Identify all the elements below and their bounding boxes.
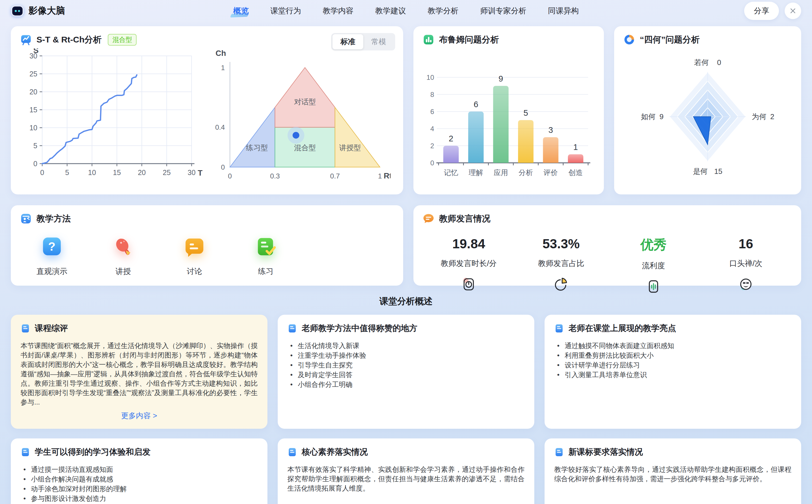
summary-card-核心素养落实情况: 核心素养落实情况本节课有效落实了科学精神、实践创新和学会学习素养，通过动手操作和… bbox=[278, 438, 534, 504]
laugh-icon bbox=[700, 276, 792, 294]
svg-text:0: 0 bbox=[228, 172, 232, 180]
method-item-直观演示: ?直观演示 bbox=[33, 235, 71, 277]
summary-bullet-list: 生活化情境导入新课注重学生动手操作体验引导学生自主探究及时肯定学生回答小组合作分… bbox=[287, 341, 525, 389]
method-label: 讨论 bbox=[187, 266, 202, 277]
svg-text:练习型: 练习型 bbox=[246, 144, 268, 152]
svg-text:20: 20 bbox=[29, 88, 37, 96]
method-item-讲授: 讲授 bbox=[104, 235, 142, 277]
svg-text:对话型: 对话型 bbox=[294, 98, 316, 106]
app-title: 影像大脑 bbox=[29, 5, 65, 17]
svg-text:10: 10 bbox=[29, 124, 37, 132]
tab-同课异构[interactable]: 同课异构 bbox=[548, 6, 579, 16]
sihe-card-title: “四何”问题分析 bbox=[640, 34, 700, 46]
close-icon bbox=[789, 7, 796, 14]
svg-text:评价: 评价 bbox=[543, 168, 558, 176]
more-content-link[interactable]: 更多内容 > bbox=[21, 411, 258, 421]
svg-text:创造: 创造 bbox=[569, 168, 583, 176]
tab-概览[interactable]: 概览 bbox=[233, 6, 249, 16]
top-nav: 影像大脑 概览课堂行为教学内容教学建议教学分析师训专家分析同课异构 分享 bbox=[0, 0, 812, 22]
svg-text:5: 5 bbox=[65, 168, 69, 176]
tab-教学内容[interactable]: 教学内容 bbox=[323, 6, 354, 16]
toggle-option-标准[interactable]: 标准 bbox=[332, 34, 363, 49]
book-icon bbox=[21, 447, 30, 457]
stat-label: 流利度 bbox=[607, 261, 700, 271]
summary-bullet: 小组合作分工明确 bbox=[290, 380, 525, 389]
summary-bullet: 注重学生动手操作体验 bbox=[290, 351, 525, 360]
summary-bullet: 动手涂色加深对封闭图形的理解 bbox=[23, 484, 258, 494]
methods-list: ?直观演示讲授讨论练习 bbox=[33, 235, 394, 277]
svg-text:2: 2 bbox=[430, 142, 434, 150]
summary-paragraph: 本节课围绕“面积”概念展开，通过生活化情境导入（沙滩脚印）、实物操作（摸书封面/… bbox=[21, 341, 258, 407]
tab-课堂行为[interactable]: 课堂行为 bbox=[270, 6, 301, 16]
summary-card-课程综评: 课程综评本节课围绕“面积”概念展开，通过生活化情境导入（沙滩脚印）、实物操作（摸… bbox=[11, 315, 267, 429]
book-icon bbox=[554, 447, 564, 457]
summary-bullet: 小组合作解决问题有成就感 bbox=[23, 474, 258, 484]
swirl-icon bbox=[623, 34, 635, 46]
svg-text:混合型: 混合型 bbox=[294, 144, 316, 152]
svg-text:1: 1 bbox=[573, 143, 578, 152]
tab-教学建议[interactable]: 教学建议 bbox=[375, 6, 406, 16]
main-content: S-T & Rt-Ch分析 混合型 标准常模 05101520253005101… bbox=[0, 26, 812, 504]
summary-bullet: 引入测量工具培养单位意识 bbox=[557, 370, 791, 380]
summary-card-老师在课堂上展现的教学亮点: 老师在课堂上展现的教学亮点通过触摸不同物体表面建立面积感知利用重叠剪拼法比较面积… bbox=[545, 315, 801, 429]
svg-text:分析: 分析 bbox=[519, 168, 533, 176]
brand: 影像大脑 bbox=[11, 4, 65, 17]
summary-bullet: 通过触摸不同物体表面建立面积感知 bbox=[557, 341, 791, 351]
svg-text:为何2: 为何2 bbox=[752, 113, 774, 121]
speech-bubble-icon bbox=[423, 213, 435, 225]
svg-text:1: 1 bbox=[378, 172, 382, 180]
tab-教学分析[interactable]: 教学分析 bbox=[428, 6, 458, 16]
rt-ch-triangle-chart: 练习型混合型对话型讲授型00.4100.30.71ChRt bbox=[206, 48, 391, 188]
svg-text:Rt: Rt bbox=[384, 171, 391, 180]
tab-师训专家分析[interactable]: 师训专家分析 bbox=[480, 6, 526, 16]
svg-text:0: 0 bbox=[430, 159, 434, 167]
teaching-icon bbox=[20, 213, 32, 225]
svg-text:9: 9 bbox=[499, 74, 503, 83]
stat-label: 口头禅/次 bbox=[700, 258, 792, 269]
summary-bullet: 通过摸一摸活动直观感知面 bbox=[23, 465, 258, 474]
svg-text:0: 0 bbox=[221, 163, 225, 171]
svg-text:1: 1 bbox=[221, 64, 225, 72]
robot-logo-icon bbox=[11, 4, 24, 17]
svg-text:15: 15 bbox=[113, 168, 121, 176]
summary-bullet: 生活化情境导入新课 bbox=[290, 341, 525, 351]
svg-text:6: 6 bbox=[430, 108, 434, 115]
toggle-option-常模[interactable]: 常模 bbox=[363, 34, 394, 49]
bar-chart-icon bbox=[423, 34, 435, 46]
close-button[interactable] bbox=[785, 3, 801, 19]
svg-text:0: 0 bbox=[40, 168, 44, 176]
book-icon bbox=[287, 447, 297, 457]
summary-card-title: 老师教学方法中值得称赞的地方 bbox=[302, 323, 417, 334]
sihe-card: “四何”问题分析 若何0为何2是何15如何9 bbox=[614, 26, 801, 194]
svg-text:?: ? bbox=[48, 240, 56, 253]
summary-bullet: 参与图形设计激发创造力 bbox=[23, 494, 258, 503]
row-info: 教学方法 ?直观演示讲授讨论练习 教师发言情况 19.84教师发言时长/分53.… bbox=[11, 205, 801, 286]
svg-text:如何9: 如何9 bbox=[641, 113, 663, 121]
summary-card-新课标要求落实情况: 新课标要求落实情况教学较好落实了核心素养导向，通过实践活动帮助学生建构面积概念，… bbox=[545, 438, 801, 504]
summary-bullet: 引导学生自主探究 bbox=[290, 360, 525, 370]
summary-card-title: 新课标要求落实情况 bbox=[569, 446, 643, 458]
svg-text:S: S bbox=[33, 48, 39, 55]
summary-card-学生可以得到的学习体验和启发: 学生可以得到的学习体验和启发通过摸一摸活动直观感知面小组合作解决问题有成就感动手… bbox=[11, 438, 267, 504]
svg-text:2: 2 bbox=[449, 134, 453, 143]
st-card-header: S-T & Rt-Ch分析 混合型 标准常模 bbox=[20, 34, 394, 46]
summary-card-title: 核心素养落实情况 bbox=[302, 446, 368, 458]
svg-text:T: T bbox=[198, 168, 202, 177]
bloom-card-title: 布鲁姆问题分析 bbox=[439, 34, 499, 46]
stat-value: 优秀 bbox=[607, 236, 700, 254]
book-icon bbox=[21, 324, 30, 333]
method-label: 讲授 bbox=[115, 266, 131, 277]
stat-教师发言时长/分: 19.84教师发言时长/分 bbox=[423, 236, 515, 296]
share-button[interactable]: 分享 bbox=[744, 2, 779, 20]
method-label: 直观演示 bbox=[36, 266, 67, 277]
summary-paragraph: 教学较好落实了核心素养导向，通过实践活动帮助学生建构面积概念，但课程综合化和评价… bbox=[554, 465, 791, 483]
svg-text:10: 10 bbox=[88, 168, 96, 176]
teacher-speech-card: 教师发言情况 19.84教师发言时长/分53.3%教师发言占比优秀流利度16口头… bbox=[413, 205, 801, 286]
summary-paragraph: 本节课有效落实了科学精神、实践创新和学会学习素养，通过动手操作和合作探究帮助学生… bbox=[287, 465, 525, 493]
svg-text:6: 6 bbox=[474, 100, 478, 109]
st-card-title: S-T & Rt-Ch分析 bbox=[36, 34, 101, 46]
stat-label: 教师发言时长/分 bbox=[423, 258, 515, 269]
book-icon bbox=[287, 324, 297, 333]
speech-stats: 19.84教师发言时长/分53.3%教师发言占比优秀流利度16口头禅/次 bbox=[423, 236, 792, 296]
st-line-chart: 051015202530051015202530ST bbox=[20, 48, 202, 182]
